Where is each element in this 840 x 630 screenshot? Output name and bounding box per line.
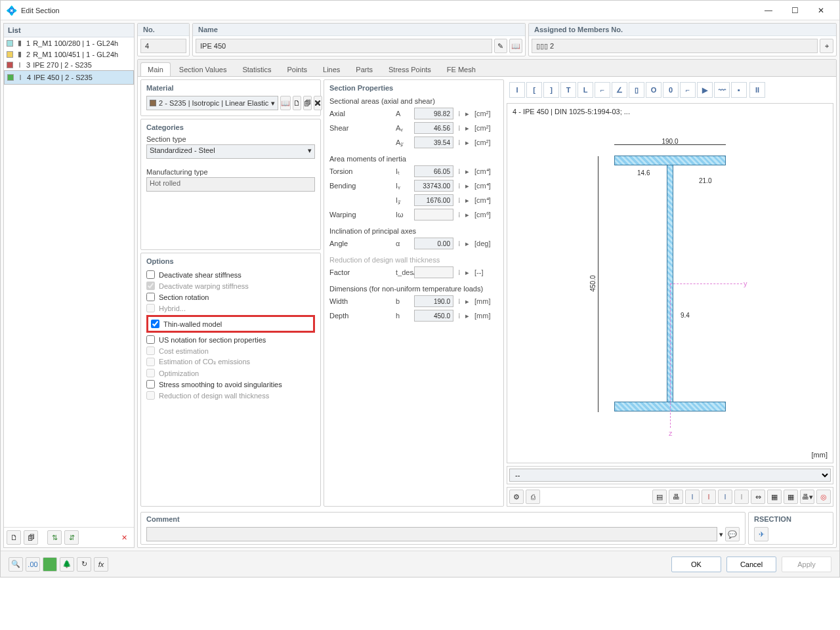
name-input[interactable]	[196, 39, 492, 53]
material-delete-button[interactable]: 🗙	[314, 96, 322, 110]
comment-button[interactable]: 💬	[725, 527, 740, 541]
comment-input[interactable]	[146, 527, 717, 541]
shape-button-0[interactable]: I	[509, 82, 525, 98]
option-row[interactable]: Section rotation	[146, 291, 315, 303]
property-value[interactable]	[414, 295, 453, 307]
option-row[interactable]: US notation for section properties	[146, 334, 315, 345]
material-new-button[interactable]: 🗋	[293, 96, 301, 110]
property-value[interactable]	[414, 122, 453, 134]
tab-stress-points[interactable]: Stress Points	[381, 62, 438, 76]
shape-button-10[interactable]: ⌐	[680, 82, 696, 98]
tab-lines[interactable]: Lines	[316, 62, 347, 76]
property-value[interactable]	[414, 266, 453, 278]
property-value[interactable]	[414, 108, 453, 119]
option-checkbox[interactable]	[146, 270, 155, 279]
list-sort-az-button[interactable]: ⇅	[47, 530, 62, 545]
property-value[interactable]	[414, 136, 453, 148]
tree-button[interactable]: 🌲	[60, 557, 74, 572]
property-value[interactable]	[414, 209, 453, 220]
property-value[interactable]	[414, 180, 453, 192]
list-item[interactable]: ▮2R_M1 100/451 | 1 - GL24h	[4, 49, 134, 60]
preview-target-icon[interactable]: ◎	[816, 490, 831, 504]
list-item[interactable]: I4IPE 450 | 2 - S235	[4, 70, 134, 85]
fx-button[interactable]: fx	[94, 557, 108, 572]
preview-grid-icon[interactable]: ▦	[767, 490, 782, 504]
preview-dim-icon[interactable]: ⇔	[751, 490, 765, 504]
preview-view-icon[interactable]: ▤	[652, 490, 667, 504]
property-value[interactable]	[414, 165, 453, 177]
no-input[interactable]	[140, 39, 186, 53]
tab-statistics[interactable]: Statistics	[235, 62, 278, 76]
color-button[interactable]	[43, 557, 57, 572]
shape-button-9[interactable]: 0	[663, 82, 679, 98]
name-library-button[interactable]: 📖	[509, 39, 522, 53]
assigned-pick-button[interactable]: ⌖	[820, 39, 833, 53]
preview-i4-icon[interactable]: I	[734, 490, 749, 504]
option-row: Reduction of design wall thickness	[146, 390, 315, 401]
shape-button-2[interactable]: ]	[543, 82, 559, 98]
close-button[interactable]: ✕	[808, 1, 834, 20]
shape-button-13[interactable]: ▪	[731, 82, 747, 98]
list-new-button[interactable]: 🗋	[7, 530, 21, 545]
option-checkbox[interactable]	[146, 335, 155, 344]
preview-i1-icon[interactable]: I	[685, 490, 700, 504]
option-row[interactable]: Stress smoothing to avoid singularities	[146, 379, 315, 390]
shape-button-7[interactable]: ▯	[629, 82, 644, 98]
option-checkbox[interactable]	[146, 293, 155, 301]
section-preview[interactable]: 4 - IPE 450 | DIN 1025-5:1994-03; ... [m…	[507, 103, 833, 463]
shape-button-5[interactable]: ⌐	[595, 82, 610, 98]
property-value[interactable]	[414, 310, 453, 322]
option-row[interactable]: Deactivate shear stiffness	[146, 269, 315, 280]
shape-button-6[interactable]: ∠	[612, 82, 627, 98]
list-delete-button[interactable]: ✕	[117, 530, 131, 545]
property-value[interactable]	[414, 238, 453, 249]
tab-points[interactable]: Points	[280, 62, 314, 76]
preview-print2-icon[interactable]: 🖶▾	[800, 490, 814, 504]
shape-button-8[interactable]: O	[646, 82, 662, 98]
section-type-select[interactable]: Standardized - Steel▾	[146, 144, 315, 159]
property-value[interactable]	[414, 194, 453, 206]
option-checkbox	[146, 369, 155, 377]
material-library-button[interactable]: 📖	[280, 96, 291, 110]
units-button[interactable]: .00	[26, 557, 40, 572]
ok-button[interactable]: OK	[671, 556, 721, 572]
material-select[interactable]: 2 - S235 | Isotropic | Linear Elastic ▾	[146, 96, 278, 110]
rsection-button[interactable]: ✈	[754, 527, 768, 541]
help-button[interactable]: 🔍	[9, 557, 23, 572]
property-row: Factort_des/t⁞▸[--]	[329, 265, 498, 280]
shape-button-11[interactable]: ▶	[697, 82, 713, 98]
preview-i3-icon[interactable]: I	[718, 490, 732, 504]
assigned-input[interactable]	[532, 39, 818, 53]
name-edit-button[interactable]: ✎	[494, 39, 507, 53]
section-list[interactable]: ▮1R_M1 100/280 | 1 - GL24h▮2R_M1 100/451…	[4, 37, 134, 527]
maximize-button[interactable]: ☐	[782, 1, 808, 20]
property-row: Widthb⁞▸[mm]	[329, 294, 498, 308]
preview-layers-icon[interactable]: ▦	[784, 490, 798, 504]
shape-button-3[interactable]: T	[560, 82, 576, 98]
list-copy-button[interactable]: 🗐	[24, 530, 38, 545]
preview-tool-1[interactable]: ⚙	[509, 490, 524, 504]
tab-fe-mesh[interactable]: FE Mesh	[440, 62, 483, 76]
shape-button-4[interactable]: L	[578, 82, 593, 98]
preview-i2-icon[interactable]: I	[702, 490, 716, 504]
option-checkbox	[146, 282, 155, 290]
tab-parts[interactable]: Parts	[348, 62, 380, 76]
preview-view-select[interactable]: --	[509, 469, 831, 482]
opt-thin-walled-model[interactable]	[151, 320, 159, 328]
tab-main[interactable]: Main	[140, 62, 171, 76]
shape-button-extra[interactable]: II	[749, 82, 765, 98]
material-copy-button[interactable]: 🗐	[303, 96, 312, 110]
refresh-button[interactable]: ↻	[77, 557, 91, 572]
list-item[interactable]: ▮1R_M1 100/280 | 1 - GL24h	[4, 37, 134, 49]
option-checkbox[interactable]	[146, 380, 155, 388]
preview-print-icon[interactable]: 🖶	[669, 490, 683, 504]
list-item[interactable]: I3IPE 270 | 2 - S235	[4, 60, 134, 70]
list-sort-button[interactable]: ⇵	[64, 530, 79, 545]
minimize-button[interactable]: —	[755, 1, 782, 20]
apply-button[interactable]: Apply	[782, 556, 831, 572]
tab-section-values[interactable]: Section Values	[172, 62, 234, 76]
cancel-button[interactable]: Cancel	[726, 556, 776, 572]
preview-tool-2[interactable]: ⎙	[526, 490, 540, 504]
shape-button-1[interactable]: [	[526, 82, 542, 98]
shape-button-12[interactable]: 〰	[714, 82, 730, 98]
